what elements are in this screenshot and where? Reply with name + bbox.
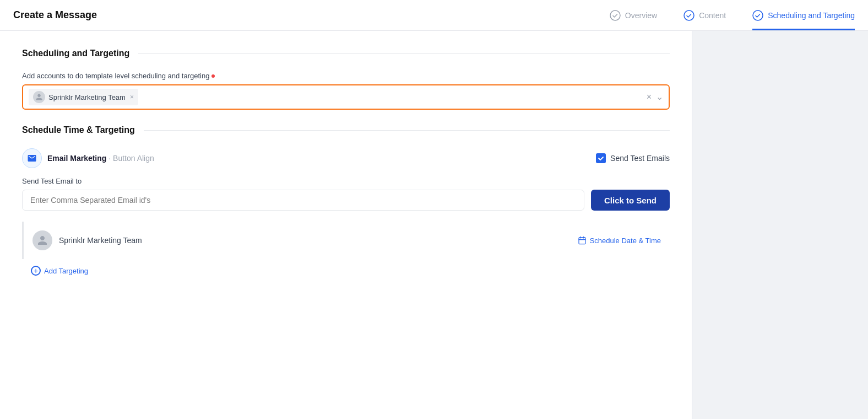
overview-check-icon	[610, 10, 621, 21]
tab-overview-label: Overview	[625, 11, 657, 20]
tab-scheduling[interactable]: Scheduling and Targeting	[752, 0, 855, 30]
tab-content[interactable]: Content	[683, 0, 726, 30]
add-targeting-button[interactable]: + Add Targeting	[31, 266, 670, 276]
required-indicator	[211, 74, 215, 78]
plus-circle-icon: +	[31, 266, 41, 276]
selector-controls: × ⌄	[647, 93, 663, 101]
tab-scheduling-label: Scheduling and Targeting	[768, 11, 855, 20]
calendar-icon	[578, 236, 587, 245]
marketing-team-left: Sprinklr Marketing Team	[32, 230, 142, 250]
accounts-label: Add accounts to do template level schedu…	[22, 72, 670, 80]
main-layout: Scheduling and Targeting Add accounts to…	[0, 31, 868, 419]
send-test-label: Send Test Emails	[610, 154, 670, 163]
section-scheduling: Scheduling and Targeting Add accounts to…	[22, 49, 670, 110]
section2-title: Schedule Time & Targeting	[22, 125, 135, 135]
tab-overview[interactable]: Overview	[610, 0, 657, 30]
team-avatar	[32, 230, 52, 250]
svg-point-1	[684, 10, 694, 20]
section1-line	[138, 53, 670, 54]
account-name: Sprinklr Marketing Team	[48, 93, 126, 101]
content-check-icon	[683, 10, 695, 21]
section2-header: Schedule Time & Targeting	[22, 125, 670, 135]
marketing-team-row: Sprinklr Marketing Team Schedule Date & …	[22, 222, 670, 259]
tab-content-label: Content	[699, 11, 726, 20]
clear-selector-button[interactable]: ×	[647, 93, 652, 101]
account-selector[interactable]: Sprinklr Marketing Team × × ⌄	[22, 84, 670, 110]
section-schedule-time: Schedule Time & Targeting Email Marketin…	[22, 125, 670, 276]
account-avatar	[33, 91, 45, 103]
header: Create a Message Overview Content	[0, 0, 868, 31]
page-title: Create a Message	[13, 9, 97, 21]
schedule-date-label: Schedule Date & Time	[590, 237, 661, 245]
selected-account-tag: Sprinklr Marketing Team ×	[29, 89, 138, 105]
expand-selector-button[interactable]: ⌄	[656, 93, 663, 101]
section1-title: Scheduling and Targeting	[22, 49, 129, 58]
email-icon-circle	[22, 148, 42, 168]
svg-point-0	[610, 10, 620, 20]
email-marketing-row: Email Marketing · Button Align Send Test…	[22, 148, 670, 168]
schedule-date-link[interactable]: Schedule Date & Time	[578, 236, 661, 245]
section1-header: Scheduling and Targeting	[22, 49, 670, 58]
scheduling-check-icon	[752, 10, 763, 21]
section2-line	[144, 130, 670, 131]
email-input[interactable]	[22, 190, 584, 211]
send-test-title: Send Test Email to	[22, 177, 670, 185]
team-name: Sprinklr Marketing Team	[59, 236, 142, 245]
step-nav: Overview Content Scheduling and Targetin…	[610, 0, 855, 30]
send-test-checkbox[interactable]	[596, 153, 606, 163]
svg-point-2	[753, 10, 763, 20]
content-area: Scheduling and Targeting Add accounts to…	[0, 31, 692, 419]
email-marketing-left: Email Marketing · Button Align	[22, 148, 154, 168]
right-panel	[692, 31, 868, 419]
send-test-emails-toggle[interactable]: Send Test Emails	[596, 153, 670, 163]
click-to-send-button[interactable]: Click to Send	[591, 190, 670, 211]
send-test-input-row: Click to Send	[22, 190, 670, 211]
send-test-section: Send Test Email to Click to Send	[22, 177, 670, 211]
svg-rect-3	[579, 238, 585, 244]
email-marketing-label: Email Marketing · Button Align	[47, 154, 154, 163]
account-remove-button[interactable]: ×	[130, 93, 134, 101]
add-targeting-label: Add Targeting	[44, 267, 88, 275]
